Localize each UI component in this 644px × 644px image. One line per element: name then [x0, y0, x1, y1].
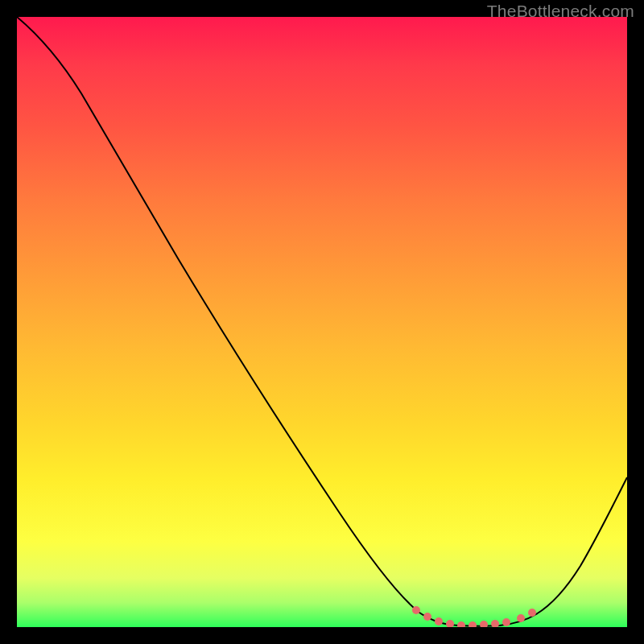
marker-dot: [491, 620, 499, 627]
watermark-text: TheBottleneck.com: [487, 2, 634, 21]
marker-dot: [528, 609, 536, 617]
marker-dot: [469, 621, 477, 627]
marker-dot: [435, 617, 443, 625]
marker-dot: [412, 606, 420, 614]
marker-dot: [446, 620, 454, 627]
chart-plot: [17, 17, 627, 627]
chart-frame: [17, 17, 627, 627]
marker-group: [412, 606, 536, 627]
bottleneck-curve: [17, 17, 627, 626]
marker-dot: [457, 621, 465, 627]
marker-dot: [517, 614, 525, 622]
marker-dot: [423, 613, 431, 621]
marker-dot: [502, 618, 510, 626]
marker-dot: [480, 621, 488, 627]
